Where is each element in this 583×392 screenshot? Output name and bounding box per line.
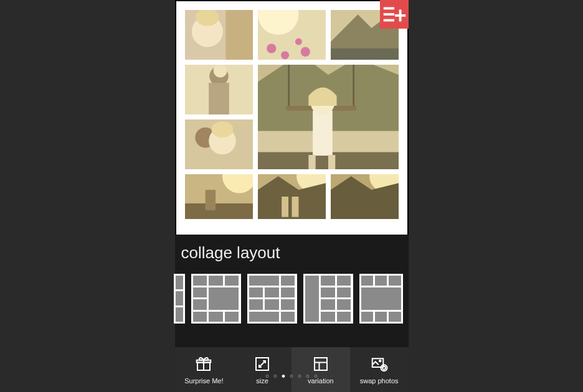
swap-photos-icon [370,355,389,373]
swap-photos-button[interactable]: swap photos [350,347,409,392]
svg-point-13 [300,47,310,57]
button-label: Surprise Me! [184,377,223,385]
svg-point-58 [379,360,381,362]
svg-rect-33 [313,111,333,156]
svg-point-12 [281,51,289,59]
list-plus-icon [380,0,409,29]
button-label: size [256,377,268,385]
svg-rect-20 [209,83,229,114]
collage-cell[interactable] [258,174,326,219]
collage-cell[interactable] [331,174,399,219]
collage-cell[interactable] [185,174,253,219]
app-bar: Surprise Me! size variation [175,347,409,392]
svg-rect-40 [205,190,215,210]
svg-rect-54 [315,358,327,370]
section-title: collage layout [175,243,409,263]
svg-point-14 [295,38,301,45]
svg-rect-45 [292,197,298,217]
button-label: swap photos [360,377,399,385]
svg-rect-44 [282,197,288,217]
layout-thumb[interactable] [247,274,297,324]
collage-cell[interactable] [258,10,326,60]
gift-icon [194,355,213,373]
app-screen: collage layout [175,0,409,392]
variation-button[interactable]: variation [292,347,350,392]
svg-rect-36 [328,155,335,169]
layout-thumb[interactable] [174,274,185,324]
page-indicator [266,375,318,378]
grid-icon [311,355,330,373]
collage-cell[interactable] [185,10,253,60]
svg-rect-8 [225,10,253,60]
collage-cell[interactable] [185,119,253,169]
collage-canvas[interactable] [176,1,407,235]
button-label: variation [308,377,334,385]
layout-thumb[interactable] [359,274,403,324]
layout-section: collage layout [175,235,409,347]
layout-thumb[interactable] [303,274,353,324]
collage-cell[interactable] [258,65,399,169]
svg-rect-35 [308,155,315,169]
collage-cell[interactable] [185,65,253,114]
layout-thumbnails[interactable] [174,274,409,324]
resize-icon [253,355,272,373]
layout-thumb[interactable] [191,274,241,324]
svg-rect-39 [185,203,253,219]
svg-line-53 [259,361,265,367]
svg-rect-17 [331,49,399,60]
size-button[interactable]: size [233,347,292,392]
surprise-me-button[interactable]: Surprise Me! [175,347,234,392]
svg-point-11 [267,44,276,53]
svg-point-25 [211,121,233,138]
add-layout-button[interactable] [380,0,409,29]
